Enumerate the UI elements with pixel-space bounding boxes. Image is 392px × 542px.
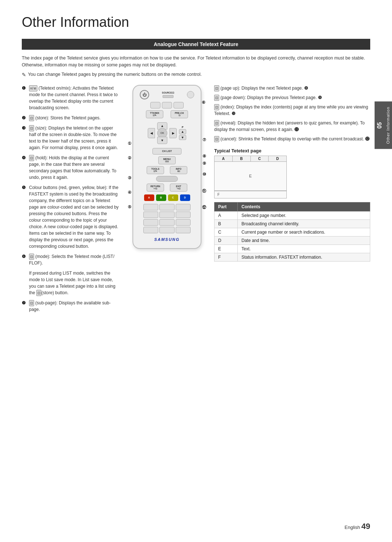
right-list-text-12: ⊡ (cancel): Shrinks the Teletext display…: [214, 136, 369, 142]
num-btn[interactable]: [176, 219, 191, 226]
num-btn[interactable]: [159, 219, 174, 226]
intro-paragraph: The index page of the Teletext service g…: [22, 55, 370, 69]
samsung-logo: SAMSUNG: [154, 237, 180, 242]
remote-wrapper: ⑥ ① ⑦ ② ⑧ ⑨ ③ ⑩ ④ ⑪: [127, 85, 207, 249]
num-btn[interactable]: [143, 227, 158, 233]
main-content: ❶ ≡/≌ (Teletext on/mix): Activates the T…: [22, 85, 370, 316]
menu-row: MENU⊡⊡: [137, 156, 197, 164]
table-row: C Current page number or search indicati…: [215, 228, 370, 236]
unknown-button-top[interactable]: [187, 91, 194, 98]
exit-button[interactable]: EXIT↪⊡: [170, 184, 187, 192]
note-icon: ✎: [22, 72, 26, 78]
ch-list-row: CH LIST: [137, 148, 197, 155]
three-btn-row: [137, 102, 197, 108]
color-button-d[interactable]: D: [180, 194, 190, 201]
return-button[interactable]: RETURN↩⊡: [147, 184, 164, 192]
footer-language: English: [344, 525, 360, 530]
pre-ch-button[interactable]: PRE-CH⊡: [171, 110, 188, 118]
page-footer: English 49: [344, 522, 370, 531]
num-btn[interactable]: [143, 212, 158, 218]
teletext-title: Typical Tetetext page: [214, 148, 370, 153]
remote-column: ⑥ ① ⑦ ② ⑧ ⑨ ③ ⑩ ④ ⑪: [127, 85, 207, 316]
p-down-button[interactable]: ▼: [179, 135, 186, 140]
nav-section: ▲ ◀ OK ▶ ▼ P ▲ ▼: [148, 122, 186, 145]
left-column: ❶ ≡/≌ (Teletext on/mix): Activates the T…: [22, 85, 120, 316]
list-num: ❷: [22, 115, 27, 121]
table-row: B Broadcasting channel identity.: [215, 219, 370, 228]
spacer-button[interactable]: [156, 176, 178, 182]
p-label: P: [182, 126, 184, 128]
list-item: ❹ ⊡ (hold): Holds the display at the cur…: [22, 155, 120, 181]
num-btn[interactable]: [176, 204, 191, 210]
teletext-box: A B C D E F: [214, 156, 287, 198]
power-button[interactable]: ⏻: [140, 90, 149, 99]
color-button-c[interactable]: C: [168, 194, 178, 201]
btn-2[interactable]: [162, 102, 172, 108]
callout-6: ⑥: [202, 100, 205, 105]
btn-3[interactable]: [173, 102, 184, 108]
ch-list-button[interactable]: CH LIST: [152, 148, 181, 155]
table-cell-contents: Broadcasting channel identity.: [238, 219, 370, 228]
source-bar[interactable]: [163, 95, 173, 98]
callout-3: ③: [128, 176, 131, 180]
nav-down-button[interactable]: ▼: [157, 137, 167, 144]
color-button-a[interactable]: A: [144, 194, 154, 201]
table-cell-part: E: [215, 245, 238, 253]
right-list-text-9: ⊡ (page down): Displays the previous Tel…: [214, 94, 322, 101]
callout-2: ②: [128, 156, 131, 160]
list-item: ❺ Colour buttons (red, green, yellow, bl…: [22, 184, 120, 250]
list-text: ⊡ (mode): Selects the Teletext mode (LIS…: [29, 253, 120, 266]
p-up-button[interactable]: ▲: [179, 129, 186, 134]
spacer-row: [137, 176, 197, 182]
table-cell-part: A: [215, 211, 238, 219]
nav-cluster[interactable]: ▲ ◀ OK ▶ ▼: [148, 122, 177, 144]
left-list: ❶ ≡/≌ (Teletext on/mix): Activates the T…: [22, 85, 120, 313]
nav-left-button[interactable]: ◀: [148, 128, 155, 138]
note-text: ✎ You can change Teletext pages by press…: [22, 72, 370, 78]
side-tab-number: 05: [376, 122, 383, 128]
tools-button[interactable]: TOOLS⊡✎: [147, 166, 164, 174]
num-btn[interactable]: [143, 219, 158, 226]
page-title: Other Information: [22, 15, 370, 30]
teletext-body-label: E: [249, 174, 252, 178]
num-btn[interactable]: [176, 227, 191, 233]
callout-11: ⑪: [202, 188, 206, 194]
info-button[interactable]: INFOℹ⊡: [170, 166, 187, 174]
btn-1[interactable]: [150, 102, 160, 108]
ttx-prech-row: TTX/MIX⊡✎ PRE-CH⊡: [137, 110, 197, 118]
nav-right-button[interactable]: ▶: [170, 128, 177, 138]
teletext-section: Typical Tetetext page A B C D E F: [214, 148, 370, 262]
p-up-down: P ▲ ▼: [179, 126, 186, 140]
info-table: Part Contents A Selected page number. B …: [214, 202, 370, 262]
num-btn[interactable]: [159, 227, 174, 233]
right-list-text-8: ⊡ (page up): Displays the next Teletext …: [214, 85, 308, 91]
color-button-b[interactable]: B: [156, 194, 166, 201]
table-row: E Text.: [215, 245, 370, 253]
menu-button[interactable]: MENU⊡⊡: [158, 156, 176, 164]
right-list-item-8: ⊡ (page up): Displays the next Teletext …: [214, 85, 370, 91]
table-header-contents: Contents: [238, 202, 370, 211]
list-num: ❹: [22, 155, 27, 161]
teletext-header-row: A B C D: [215, 156, 286, 162]
num-btn[interactable]: [159, 212, 174, 218]
table-header-row: Part Contents: [215, 202, 370, 211]
right-list-item-10: ⊡ (index): Displays the index (contents)…: [214, 104, 370, 117]
table-cell-part: F: [215, 253, 238, 261]
list-text: ≡/≌ (Teletext on/mix): Activates the Tel…: [29, 85, 120, 111]
num-btn[interactable]: [143, 204, 158, 210]
num-btn[interactable]: [176, 212, 191, 218]
ttx-mix-button[interactable]: TTX/MIX⊡✎: [146, 110, 163, 118]
list-num: ❶: [22, 85, 27, 91]
table-cell-part: D: [215, 236, 238, 245]
teletext-col-d: D: [269, 156, 286, 161]
list-text: ⊡ (size): Displays the teletext on the u…: [29, 125, 120, 151]
right-list-item-9: ⊡ (page down): Displays the previous Tel…: [214, 94, 370, 101]
list-item: ❸ ⊡ (size): Displays the teletext on the…: [22, 125, 120, 151]
remote-top-row: ⏻ SOURCE⊡: [137, 90, 197, 99]
num-btn[interactable]: [159, 204, 174, 210]
callout-8: ⑧: [203, 154, 206, 159]
table-row: A Selected page number.: [215, 211, 370, 219]
source-label: SOURCE⊡: [162, 91, 174, 94]
callout-7: ⑦: [203, 137, 206, 142]
table-header-part: Part: [215, 202, 238, 211]
